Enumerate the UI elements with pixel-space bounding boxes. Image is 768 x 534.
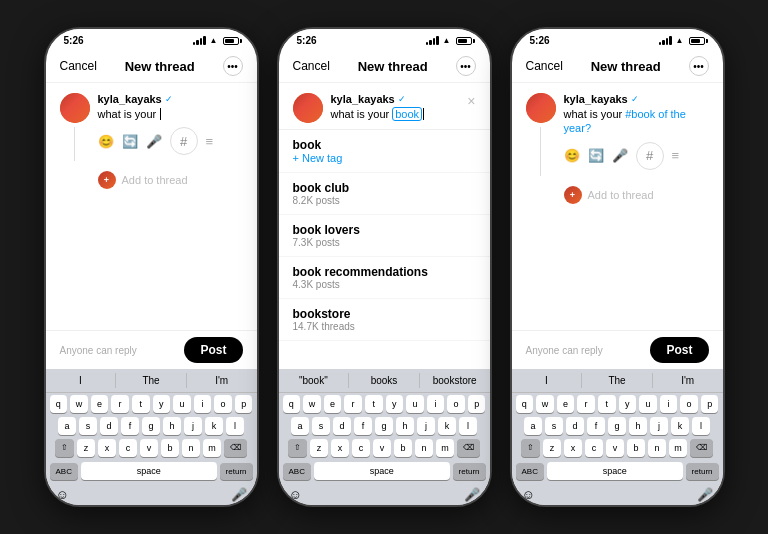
key-p-p2[interactable]: p (468, 395, 486, 413)
add-to-thread-3[interactable]: + Add to thread (512, 182, 723, 208)
key-y[interactable]: y (153, 395, 171, 413)
key-l-p3[interactable]: l (692, 417, 710, 435)
key-k-p3[interactable]: k (671, 417, 689, 435)
key-k[interactable]: k (205, 417, 223, 435)
key-u-p2[interactable]: u (406, 395, 424, 413)
key-space-p3[interactable]: space (547, 462, 683, 480)
post-button-1[interactable]: Post (184, 337, 242, 363)
key-f-p3[interactable]: f (587, 417, 605, 435)
suggestion-i[interactable]: I (46, 373, 117, 388)
key-v[interactable]: v (140, 439, 158, 457)
gif-icon-3[interactable]: 🔄 (588, 148, 604, 163)
key-i-p2[interactable]: i (427, 395, 445, 413)
emoji-keyboard-icon[interactable]: ☺ (56, 487, 69, 502)
key-p-p3[interactable]: p (701, 395, 719, 413)
mic-keyboard-icon-p3[interactable]: 🎤 (697, 487, 713, 502)
key-h-p3[interactable]: h (629, 417, 647, 435)
key-y-p3[interactable]: y (619, 395, 637, 413)
more-button-1[interactable]: ••• (223, 56, 243, 76)
key-a-p2[interactable]: a (291, 417, 309, 435)
suggestion-item-bookstore[interactable]: bookstore 14.7K threads (279, 299, 490, 341)
key-f[interactable]: f (121, 417, 139, 435)
post-text-2[interactable]: what is your book (331, 107, 460, 121)
key-abc-p2[interactable]: ABC (283, 463, 311, 480)
key-space[interactable]: space (81, 462, 217, 480)
more-button-2[interactable]: ••• (456, 56, 476, 76)
add-to-thread-1[interactable]: + Add to thread (46, 167, 257, 193)
suggestion-item-book[interactable]: book + New tag (279, 130, 490, 173)
cancel-button-2[interactable]: Cancel (293, 59, 330, 73)
key-n-p3[interactable]: n (648, 439, 666, 457)
key-s-p3[interactable]: s (545, 417, 563, 435)
key-shift[interactable]: ⇧ (55, 439, 74, 457)
key-i-p3[interactable]: i (660, 395, 678, 413)
key-b-p3[interactable]: b (627, 439, 645, 457)
gif-icon-1[interactable]: 🔄 (122, 134, 138, 149)
key-n-p2[interactable]: n (415, 439, 433, 457)
cancel-button-3[interactable]: Cancel (526, 59, 563, 73)
key-return[interactable]: return (220, 463, 253, 480)
key-d[interactable]: d (100, 417, 118, 435)
key-r-p2[interactable]: r (344, 395, 362, 413)
key-j[interactable]: j (184, 417, 202, 435)
key-d-p3[interactable]: d (566, 417, 584, 435)
key-i[interactable]: i (194, 395, 212, 413)
key-b[interactable]: b (161, 439, 179, 457)
key-u[interactable]: u (173, 395, 191, 413)
key-return-p3[interactable]: return (686, 463, 719, 480)
key-c-p2[interactable]: c (352, 439, 370, 457)
key-abc-p3[interactable]: ABC (516, 463, 544, 480)
mic-keyboard-icon-p2[interactable]: 🎤 (464, 487, 480, 502)
more-button-3[interactable]: ••• (689, 56, 709, 76)
key-w-p2[interactable]: w (303, 395, 321, 413)
key-j-p2[interactable]: j (417, 417, 435, 435)
key-c[interactable]: c (119, 439, 137, 457)
key-delete-p3[interactable]: ⌫ (690, 439, 713, 457)
suggestion-the-p3[interactable]: The (582, 373, 653, 388)
key-shift-p3[interactable]: ⇧ (521, 439, 540, 457)
key-y-p2[interactable]: y (386, 395, 404, 413)
key-a[interactable]: a (58, 417, 76, 435)
suggestion-books[interactable]: books (349, 373, 420, 388)
key-z-p2[interactable]: z (310, 439, 328, 457)
key-x-p2[interactable]: x (331, 439, 349, 457)
key-r[interactable]: r (111, 395, 129, 413)
mic-keyboard-icon[interactable]: 🎤 (231, 487, 247, 502)
key-w[interactable]: w (70, 395, 88, 413)
more-icon-3[interactable]: ≡ (672, 148, 680, 163)
key-u-p3[interactable]: u (639, 395, 657, 413)
suggestion-item-booklovers[interactable]: book lovers 7.3K posts (279, 215, 490, 257)
mic-icon-1[interactable]: 🎤 (146, 134, 162, 149)
suggestion-im-p3[interactable]: I'm (653, 373, 723, 388)
key-delete-p2[interactable]: ⌫ (457, 439, 480, 457)
key-b-p2[interactable]: b (394, 439, 412, 457)
key-t[interactable]: t (132, 395, 150, 413)
key-h[interactable]: h (163, 417, 181, 435)
post-text-3[interactable]: what is your #book of the year? (564, 107, 709, 136)
key-q[interactable]: q (50, 395, 68, 413)
key-k-p2[interactable]: k (438, 417, 456, 435)
mic-icon-3[interactable]: 🎤 (612, 148, 628, 163)
key-space-p2[interactable]: space (314, 462, 450, 480)
emoji-keyboard-icon-p2[interactable]: ☺ (289, 487, 302, 502)
key-e[interactable]: e (91, 395, 109, 413)
more-icon-1[interactable]: ≡ (206, 134, 214, 149)
key-l-p2[interactable]: l (459, 417, 477, 435)
key-q-p2[interactable]: q (283, 395, 301, 413)
key-z-p3[interactable]: z (543, 439, 561, 457)
emoji-icon-1[interactable]: 😊 (98, 134, 114, 149)
key-o[interactable]: o (214, 395, 232, 413)
key-return-p2[interactable]: return (453, 463, 486, 480)
key-z[interactable]: z (77, 439, 95, 457)
suggestion-i-p3[interactable]: I (512, 373, 583, 388)
key-r-p3[interactable]: r (577, 395, 595, 413)
key-delete[interactable]: ⌫ (224, 439, 247, 457)
key-l[interactable]: l (226, 417, 244, 435)
key-d-p2[interactable]: d (333, 417, 351, 435)
key-m[interactable]: m (203, 439, 221, 457)
suggestion-item-bookrecs[interactable]: book recommendations 4.3K posts (279, 257, 490, 299)
key-abc[interactable]: ABC (50, 463, 78, 480)
key-e-p2[interactable]: e (324, 395, 342, 413)
emoji-keyboard-icon-p3[interactable]: ☺ (522, 487, 535, 502)
hashtag-icon-3[interactable]: # (636, 142, 664, 170)
